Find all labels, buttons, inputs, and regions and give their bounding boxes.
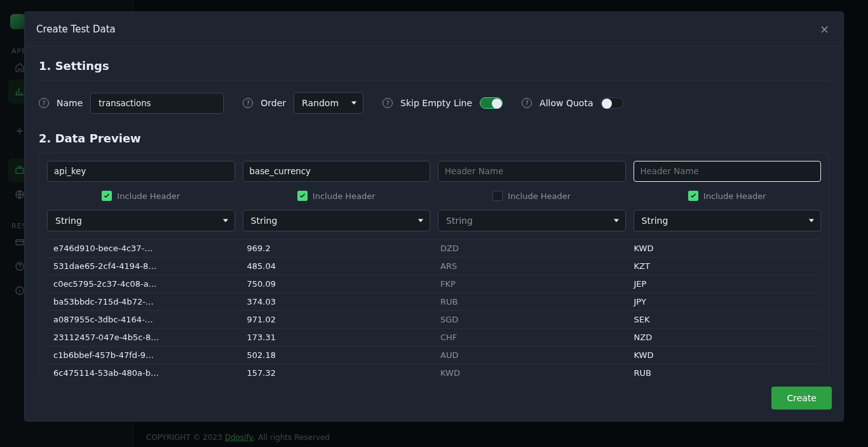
column-type-select[interactable]: String bbox=[243, 210, 431, 231]
include-header-row: Include Header bbox=[438, 191, 626, 201]
column-type-select[interactable]: String bbox=[438, 210, 626, 231]
modal-title: Create Test Data bbox=[36, 24, 116, 35]
column-type-value: String bbox=[55, 216, 82, 226]
preview-panel: Include HeaderStringInclude HeaderString… bbox=[39, 153, 829, 379]
table-row: 23112457-047e-4b5c-8…173.31CHFNZD bbox=[47, 329, 821, 347]
create-button[interactable]: Create bbox=[771, 387, 832, 409]
preview-column: Include HeaderString bbox=[243, 161, 431, 231]
table-cell: 23112457-047e-4b5c-8… bbox=[47, 329, 241, 347]
table-cell: ARS bbox=[434, 258, 628, 275]
table-cell: 971.02 bbox=[241, 311, 435, 329]
table-cell: JPY bbox=[628, 293, 822, 311]
close-icon: × bbox=[820, 22, 829, 36]
setting-skip: ? Skip Empty Line bbox=[383, 97, 503, 109]
table-cell: ba53bbdc-715d-4b72-… bbox=[47, 293, 241, 311]
table-cell: 173.31 bbox=[241, 329, 435, 347]
preview-column: Include HeaderString bbox=[634, 161, 822, 231]
include-header-label: Include Header bbox=[508, 191, 571, 201]
setting-name: ? Name bbox=[39, 93, 224, 114]
column-type-value: String bbox=[642, 216, 668, 226]
help-icon[interactable]: ? bbox=[243, 98, 253, 108]
toggle-skip-empty[interactable] bbox=[480, 97, 503, 109]
column-type-select[interactable]: String bbox=[634, 210, 822, 231]
table-cell: FKP bbox=[434, 275, 628, 293]
include-header-label: Include Header bbox=[703, 191, 766, 201]
table-cell: 6c475114-53ab-480a-b… bbox=[47, 364, 241, 380]
table-cell: 485.04 bbox=[241, 258, 435, 275]
table-cell: a087955c-3dbc-4164-… bbox=[47, 311, 241, 329]
include-header-checkbox[interactable] bbox=[297, 191, 308, 201]
help-icon[interactable]: ? bbox=[39, 98, 49, 108]
table-cell: SGD bbox=[434, 311, 628, 329]
table-cell: KZT bbox=[628, 258, 822, 275]
label-skip: Skip Empty Line bbox=[400, 98, 472, 108]
table-cell: JEP bbox=[628, 275, 822, 293]
include-header-label: Include Header bbox=[313, 191, 376, 201]
table-row: ba53bbdc-715d-4b72-…374.03RUBJPY bbox=[47, 293, 821, 311]
select-order[interactable]: Random bbox=[294, 92, 363, 114]
modal-header: Create Test Data × bbox=[25, 12, 843, 46]
setting-quota: ? Allow Quota bbox=[522, 97, 623, 109]
section-2-title: 2. Data Preview bbox=[39, 132, 829, 145]
include-header-checkbox[interactable] bbox=[102, 191, 112, 201]
settings-row: ? Name ? Order Random ? Skip Empty Line … bbox=[39, 80, 829, 114]
section-1-title: 1. Settings bbox=[39, 59, 829, 72]
modal-create-test-data: Create Test Data × 1. Settings ? Name ? … bbox=[24, 11, 844, 422]
table-cell: c1b6bbef-457b-47fd-9… bbox=[47, 347, 241, 364]
include-header-row: Include Header bbox=[243, 191, 431, 201]
include-header-row: Include Header bbox=[47, 191, 235, 201]
table-cell: c0ec5795-2c37-4c08-a… bbox=[47, 275, 241, 293]
toggle-allow-quota[interactable] bbox=[600, 97, 623, 109]
table-row: 531dae65-2cf4-4194-8…485.04ARSKZT bbox=[47, 258, 821, 275]
table-cell: 502.18 bbox=[241, 347, 435, 364]
label-order: Order bbox=[261, 98, 286, 108]
table-row: 6c475114-53ab-480a-b…157.32KWDRUB bbox=[47, 364, 821, 380]
table-cell: 969.2 bbox=[241, 240, 435, 258]
modal-footer: Create bbox=[25, 379, 843, 421]
preview-column: Include HeaderString bbox=[47, 161, 235, 231]
help-icon[interactable]: ? bbox=[522, 98, 532, 108]
column-type-value: String bbox=[251, 216, 278, 226]
section-2: 2. Data Preview Include HeaderStringIncl… bbox=[39, 132, 829, 379]
table-cell: KWD bbox=[628, 347, 822, 364]
table-row: e746d910-bece-4c37-…969.2DZDKWD bbox=[47, 240, 821, 258]
label-name: Name bbox=[57, 98, 83, 108]
table-row: c1b6bbef-457b-47fd-9…502.18AUDKWD bbox=[47, 347, 821, 364]
setting-order: ? Order Random bbox=[243, 92, 363, 114]
select-order-value: Random bbox=[302, 98, 339, 108]
table-cell: NZD bbox=[628, 329, 822, 347]
table-cell: 374.03 bbox=[241, 293, 435, 311]
help-icon[interactable]: ? bbox=[383, 98, 393, 108]
column-type-value: String bbox=[446, 216, 473, 226]
include-header-row: Include Header bbox=[634, 191, 822, 201]
table-row: c0ec5795-2c37-4c08-a…750.09FKPJEP bbox=[47, 275, 821, 293]
include-header-label: Include Header bbox=[117, 191, 180, 201]
table-cell: KWD bbox=[434, 364, 628, 380]
table-cell: SEK bbox=[628, 311, 822, 329]
table-cell: AUD bbox=[434, 347, 628, 364]
table-cell: 157.32 bbox=[241, 364, 435, 380]
table-cell: 750.09 bbox=[241, 275, 435, 293]
preview-column: Include HeaderString bbox=[438, 161, 626, 231]
column-header-input[interactable] bbox=[243, 161, 431, 182]
table-cell: RUB bbox=[628, 364, 822, 380]
table-cell: RUB bbox=[434, 293, 628, 311]
modal-body: 1. Settings ? Name ? Order Random ? Skip… bbox=[25, 46, 843, 379]
close-button[interactable]: × bbox=[817, 20, 832, 38]
preview-table: e746d910-bece-4c37-…969.2DZDKWD531dae65-… bbox=[47, 239, 821, 379]
table-cell: 531dae65-2cf4-4194-8… bbox=[47, 258, 241, 275]
label-quota: Allow Quota bbox=[539, 98, 593, 108]
table-row: a087955c-3dbc-4164-…971.02SGDSEK bbox=[47, 311, 821, 329]
input-name[interactable] bbox=[90, 93, 224, 114]
column-controls: Include HeaderStringInclude HeaderString… bbox=[47, 161, 821, 231]
table-cell: KWD bbox=[628, 240, 822, 258]
table-cell: CHF bbox=[434, 329, 628, 347]
include-header-checkbox[interactable] bbox=[688, 191, 698, 201]
table-cell: e746d910-bece-4c37-… bbox=[47, 240, 241, 258]
column-header-input[interactable] bbox=[47, 161, 235, 182]
include-header-checkbox[interactable] bbox=[492, 191, 503, 201]
column-header-input[interactable] bbox=[634, 161, 822, 182]
column-header-input[interactable] bbox=[438, 161, 626, 182]
column-type-select[interactable]: String bbox=[47, 210, 235, 231]
table-cell: DZD bbox=[434, 240, 628, 258]
